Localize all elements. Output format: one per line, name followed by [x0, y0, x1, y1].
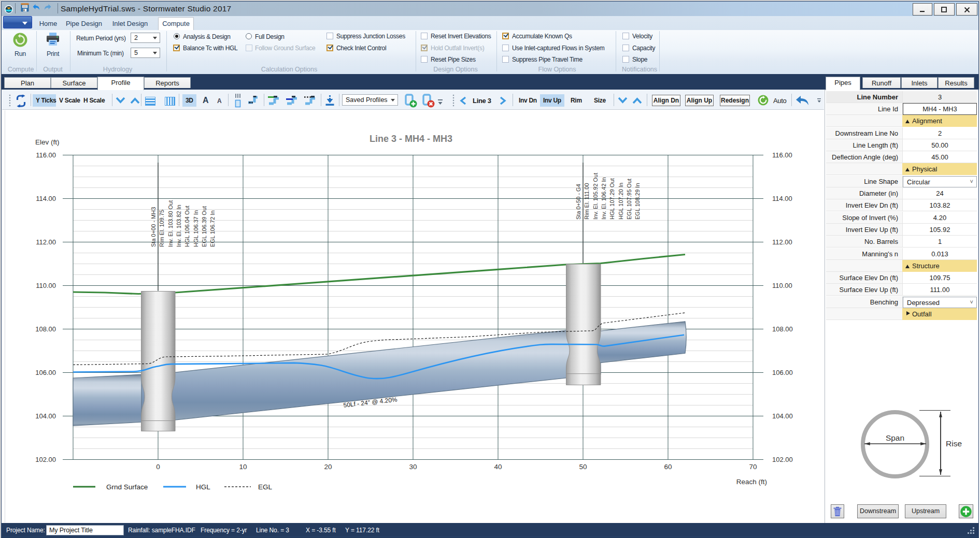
svg-text:Inv. El. 103.82 In: Inv. El. 103.82 In	[176, 205, 182, 247]
svg-text:Rim El. 111.00: Rim El. 111.00	[584, 183, 590, 220]
svg-text:112.00: 112.00	[36, 238, 56, 246]
svg-text:106.00: 106.00	[35, 369, 56, 376]
svg-text:108.00: 108.00	[35, 325, 56, 333]
svg-text:102.00: 102.00	[35, 456, 56, 463]
svg-text:50: 50	[579, 463, 587, 471]
svg-text:HGL 106.04 Out: HGL 106.04 Out	[184, 206, 190, 247]
svg-text:102.00: 102.00	[772, 456, 793, 463]
svg-text:20: 20	[324, 463, 332, 471]
svg-text:0: 0	[156, 463, 160, 471]
svg-text:EGL 106.39 Out: EGL 106.39 Out	[201, 206, 207, 247]
svg-text:HGL: HGL	[196, 483, 210, 491]
svg-text:104.00: 104.00	[35, 412, 56, 420]
svg-text:108.00: 108.00	[772, 325, 793, 333]
svg-text:114.00: 114.00	[772, 195, 792, 202]
svg-text:Rim El. 109.75: Rim El. 109.75	[159, 210, 165, 247]
svg-text:EGL 106.72 In: EGL 106.72 In	[209, 210, 216, 247]
svg-text:HGL 106.37 In: HGL 106.37 In	[193, 210, 199, 247]
svg-text:40: 40	[494, 463, 502, 471]
svg-text:Sta 0+00 - MH3: Sta 0+00 - MH3	[150, 207, 157, 247]
svg-text:HGL 107.20 In: HGL 107.20 In	[618, 183, 624, 220]
svg-text:EGL: EGL	[258, 483, 273, 491]
svg-text:Span: Span	[886, 433, 904, 442]
svg-text:10: 10	[239, 463, 247, 471]
svg-text:Inv. El. 105.92 Out: Inv. El. 105.92 Out	[592, 173, 599, 220]
svg-text:Sta 0+50 - G4: Sta 0+50 - G4	[575, 184, 581, 220]
svg-text:30: 30	[409, 463, 417, 471]
svg-text:Rise: Rise	[946, 439, 962, 448]
svg-text:70: 70	[749, 463, 757, 471]
svg-text:Inv. El. 106.42 In: Inv. El. 106.42 In	[601, 177, 607, 220]
svg-text:116.00: 116.00	[772, 151, 792, 159]
svg-text:EGL 108.29 In: EGL 108.29 In	[634, 183, 641, 220]
svg-text:110.00: 110.00	[36, 282, 56, 289]
svg-text:EGL 107.95 Out: EGL 107.95 Out	[626, 179, 632, 220]
svg-text:Grnd Surface: Grnd Surface	[106, 483, 148, 491]
svg-text:Line 3 - MH4 - MH3: Line 3 - MH4 - MH3	[370, 134, 452, 144]
svg-text:104.00: 104.00	[772, 412, 793, 420]
svg-text:60: 60	[664, 463, 672, 471]
svg-text:106.00: 106.00	[772, 369, 793, 376]
svg-text:110.00: 110.00	[772, 282, 792, 289]
svg-text:116.00: 116.00	[36, 151, 56, 159]
svg-text:HGL 107.29 Out: HGL 107.29 Out	[609, 178, 615, 220]
svg-text:Reach (ft): Reach (ft)	[736, 478, 767, 486]
svg-text:114.00: 114.00	[36, 195, 56, 202]
svg-text:112.00: 112.00	[772, 238, 792, 246]
svg-text:Inv. El. 103.80 Out: Inv. El. 103.80 Out	[167, 200, 174, 247]
svg-text:Elev (ft): Elev (ft)	[35, 138, 60, 146]
